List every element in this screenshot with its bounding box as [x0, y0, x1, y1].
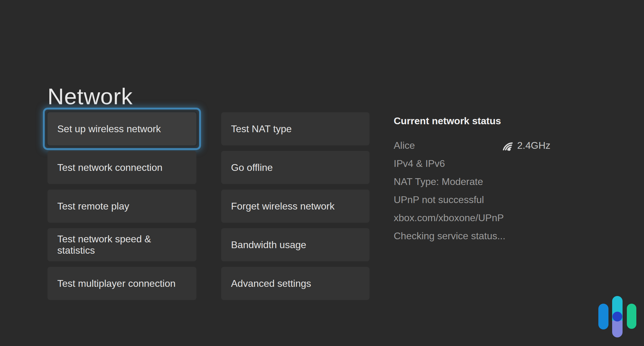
button-label: Set up wireless network	[57, 123, 161, 135]
button-label: Test remote play	[57, 201, 129, 212]
button-label: Test network speed & statistics	[57, 233, 187, 256]
button-test-multiplayer-connection[interactable]: Test multiplayer connection	[47, 267, 196, 300]
button-label: Test multiplayer connection	[57, 278, 176, 289]
menu-column-2: Test NAT type Go offline Forget wireless…	[221, 112, 369, 300]
button-label: Bandwidth usage	[231, 239, 306, 251]
page-title: Network	[47, 85, 133, 108]
network-name: Alice	[394, 140, 415, 151]
status-text: xbox.com/xboxone/UPnP	[394, 212, 504, 224]
logo-dot	[612, 312, 622, 321]
button-label: Forget wireless network	[231, 201, 335, 212]
button-bandwidth-usage[interactable]: Bandwidth usage	[221, 228, 369, 261]
button-test-remote-play[interactable]: Test remote play	[47, 190, 196, 223]
logo-bar-right	[627, 304, 636, 329]
logo-bar-left	[598, 304, 608, 329]
brand-logo	[598, 296, 636, 337]
network-status-panel: Current network status Alice 2.4GHz	[394, 115, 559, 245]
logo-bar-middle	[612, 296, 623, 337]
status-text: Checking service status...	[394, 230, 506, 242]
button-go-offline[interactable]: Go offline	[221, 151, 369, 184]
button-test-network-speed-statistics[interactable]: Test network speed & statistics	[47, 228, 196, 261]
status-text: NAT Type: Moderate	[394, 176, 483, 187]
status-row-upnp: UPnP not successful	[394, 191, 559, 209]
status-row-network-name: Alice 2.4GHz	[394, 136, 559, 155]
wifi-band: 2.4GHz	[500, 136, 550, 155]
menu-column-1: Set up wireless network Test network con…	[47, 112, 196, 300]
status-row-service-status: Checking service status...	[394, 227, 559, 245]
network-settings-screen: Network Set up wireless network Test net…	[0, 0, 644, 346]
button-test-network-connection[interactable]: Test network connection	[47, 151, 196, 184]
button-advanced-settings[interactable]: Advanced settings	[221, 267, 369, 300]
status-heading: Current network status	[394, 115, 559, 127]
status-text: UPnP not successful	[394, 194, 484, 206]
status-row-ip: IPv4 & IPv6	[394, 155, 559, 173]
wifi-icon	[500, 140, 513, 152]
button-label: Test network connection	[57, 162, 162, 173]
button-forget-wireless-network[interactable]: Forget wireless network	[221, 190, 369, 223]
band-label: 2.4GHz	[517, 140, 550, 151]
status-row-nat-type: NAT Type: Moderate	[394, 173, 559, 191]
button-test-nat-type[interactable]: Test NAT type	[221, 112, 369, 145]
button-label: Advanced settings	[231, 278, 311, 289]
button-label: Go offline	[231, 162, 273, 173]
status-text: IPv4 & IPv6	[394, 158, 445, 169]
logo-bar-middle-bottom	[612, 321, 623, 337]
status-row-upnp-url: xbox.com/xboxone/UPnP	[394, 209, 559, 227]
button-label: Test NAT type	[231, 123, 292, 135]
button-set-up-wireless-network[interactable]: Set up wireless network	[47, 112, 196, 145]
